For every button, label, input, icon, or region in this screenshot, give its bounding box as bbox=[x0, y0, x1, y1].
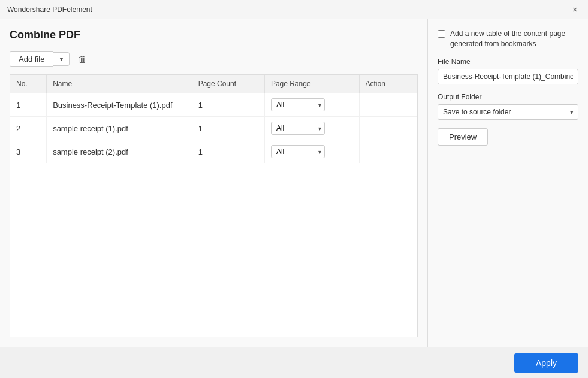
bookmark-checkbox[interactable] bbox=[438, 30, 445, 38]
cell-pagecount: 1 bbox=[192, 117, 264, 140]
cell-pagerange: AllCustom bbox=[264, 93, 359, 117]
cell-action bbox=[359, 117, 417, 140]
delete-button[interactable]: 🗑 bbox=[73, 51, 92, 67]
col-header-action: Action bbox=[359, 75, 417, 93]
table-row: 3sample receipt (2).pdf1AllCustom bbox=[10, 140, 417, 164]
cell-action bbox=[359, 140, 417, 164]
col-header-pagerange: Page Range bbox=[264, 75, 359, 93]
output-folder-select[interactable]: Save to source folder Browse... bbox=[438, 104, 578, 120]
cell-pagerange: AllCustom bbox=[264, 140, 359, 164]
file-table: No. Name Page Count Page Range Action 1B… bbox=[10, 75, 417, 163]
toolbar: Add file ▼ 🗑 bbox=[10, 51, 418, 67]
output-folder-select-wrapper: Save to source folder Browse... bbox=[438, 104, 578, 120]
file-name-label: File Name bbox=[438, 58, 578, 66]
apply-button[interactable]: Apply bbox=[514, 353, 578, 373]
cell-no: 2 bbox=[10, 117, 47, 140]
left-panel: Combine PDF Add file ▼ 🗑 No. Name Page C… bbox=[0, 19, 427, 347]
bookmark-checkbox-row: Add a new table of the content page gene… bbox=[438, 29, 578, 49]
cell-action bbox=[359, 93, 417, 117]
main-content: Combine PDF Add file ▼ 🗑 No. Name Page C… bbox=[0, 19, 588, 347]
cell-pagerange: AllCustom bbox=[264, 117, 359, 140]
cell-pagecount: 1 bbox=[192, 140, 264, 164]
table-row: 1Business-Receipt-Template (1).pdf1AllCu… bbox=[10, 93, 417, 117]
col-header-no: No. bbox=[10, 75, 47, 93]
cell-name: sample receipt (2).pdf bbox=[47, 140, 192, 164]
close-button[interactable]: × bbox=[569, 4, 581, 16]
page-range-select-wrapper: AllCustom bbox=[271, 145, 325, 158]
add-file-button[interactable]: Add file bbox=[10, 51, 53, 67]
cell-no: 3 bbox=[10, 140, 47, 164]
title-bar: Wondershare PDFelement × bbox=[0, 0, 588, 19]
bookmark-checkbox-label[interactable]: Add a new table of the content page gene… bbox=[450, 29, 578, 49]
cell-no: 1 bbox=[10, 93, 47, 117]
page-range-select-wrapper: AllCustom bbox=[271, 122, 325, 135]
cell-name: Business-Receipt-Template (1).pdf bbox=[47, 93, 192, 117]
file-name-input[interactable] bbox=[438, 69, 578, 84]
cell-name: sample receipt (1).pdf bbox=[47, 117, 192, 140]
dialog-title: Combine PDF bbox=[10, 29, 418, 41]
file-name-group: File Name bbox=[438, 58, 578, 84]
file-table-container: No. Name Page Count Page Range Action 1B… bbox=[10, 74, 418, 337]
col-header-name: Name bbox=[47, 75, 192, 93]
page-range-select-wrapper: AllCustom bbox=[271, 98, 325, 111]
table-row: 2sample receipt (1).pdf1AllCustom bbox=[10, 117, 417, 140]
preview-button[interactable]: Preview bbox=[438, 128, 488, 146]
table-body: 1Business-Receipt-Template (1).pdf1AllCu… bbox=[10, 93, 417, 164]
preview-button-container: Preview bbox=[438, 128, 578, 146]
page-range-select[interactable]: AllCustom bbox=[271, 98, 325, 111]
page-range-select[interactable]: AllCustom bbox=[271, 145, 325, 158]
page-range-select[interactable]: AllCustom bbox=[271, 122, 325, 135]
output-folder-label: Output Folder bbox=[438, 93, 578, 101]
output-folder-group: Output Folder Save to source folder Brow… bbox=[438, 93, 578, 120]
bottom-bar: Apply bbox=[0, 347, 588, 378]
right-panel: Add a new table of the content page gene… bbox=[427, 19, 588, 347]
col-header-pagecount: Page Count bbox=[192, 75, 264, 93]
add-file-dropdown-button[interactable]: ▼ bbox=[53, 52, 70, 66]
app-title: Wondershare PDFelement bbox=[7, 5, 92, 14]
table-header-row: No. Name Page Count Page Range Action bbox=[10, 75, 417, 93]
cell-pagecount: 1 bbox=[192, 93, 264, 117]
